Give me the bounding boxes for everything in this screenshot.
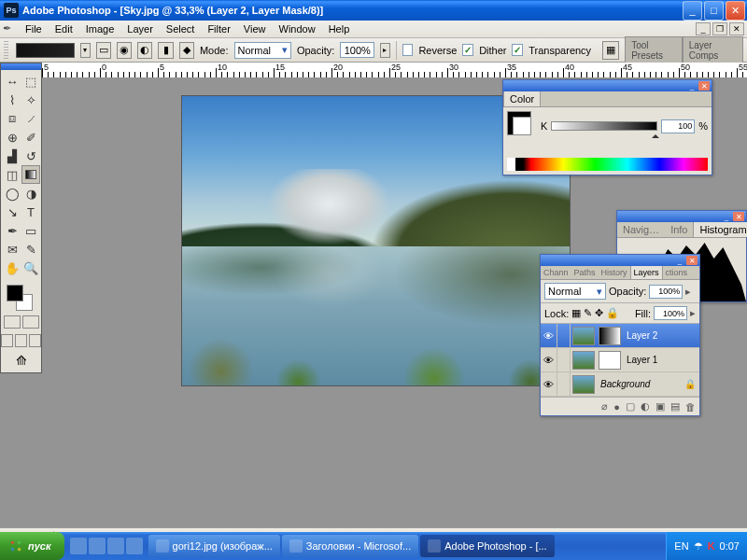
move-tool[interactable]: ↔	[3, 72, 21, 91]
new-layer-button[interactable]: ▤	[670, 400, 680, 413]
fill-flyout-icon[interactable]: ▸	[690, 307, 696, 319]
reflected-gradient-button[interactable]: ▮	[158, 42, 173, 59]
visibility-toggle[interactable]: 👁	[541, 372, 557, 396]
layer-thumbnail[interactable]	[572, 351, 595, 370]
tab-channels[interactable]: Chann	[541, 266, 571, 279]
quick-launch-item[interactable]	[126, 538, 143, 554]
tab-navigator[interactable]: Navig…	[617, 222, 665, 237]
history-brush-tool[interactable]: ↺	[21, 147, 40, 165]
quick-launch-item[interactable]	[70, 538, 87, 554]
tab-actions[interactable]: ctions	[663, 266, 691, 279]
lock-position-button[interactable]: ✥	[595, 307, 603, 319]
menu-filter[interactable]: Filter	[201, 21, 236, 36]
dodge-tool[interactable]: ◑	[21, 184, 40, 203]
histogram-panel-header[interactable]: _ ✕	[617, 211, 746, 222]
gradient-preview[interactable]	[16, 43, 75, 58]
opacity-flyout-icon[interactable]: ▸	[685, 286, 691, 298]
visibility-toggle[interactable]: 👁	[541, 324, 557, 347]
layer-row[interactable]: 👁Background🔒	[541, 372, 699, 397]
layer-name[interactable]: Layer 2	[623, 330, 699, 341]
layer-name[interactable]: Background	[597, 379, 684, 389]
taskbar-app-button[interactable]: Adobe Photoshop - [...	[420, 535, 554, 557]
toggle-palettes-button[interactable]: ▦	[602, 41, 619, 60]
standard-mode-button[interactable]	[4, 315, 21, 329]
layer-style-button[interactable]: ●	[613, 401, 620, 413]
jump-to-imageready-button[interactable]: ⟰	[1, 350, 41, 372]
start-button[interactable]: пуск	[0, 532, 64, 560]
quickmask-mode-button[interactable]	[22, 315, 39, 329]
menu-select[interactable]: Select	[160, 21, 202, 36]
eraser-tool[interactable]: ◫	[3, 165, 21, 184]
panel-close-button[interactable]: ✕	[686, 256, 698, 265]
tools-panel-header[interactable]	[1, 63, 41, 70]
tray-icon[interactable]: ☂	[694, 540, 703, 553]
layer-comps-tab[interactable]: Layer Comps	[683, 36, 743, 64]
hand-tool[interactable]: ✋	[3, 259, 21, 277]
visibility-toggle[interactable]: 👁	[541, 348, 557, 371]
link-column[interactable]	[557, 372, 571, 396]
tab-info[interactable]: Info	[665, 222, 693, 237]
link-column[interactable]	[557, 324, 571, 347]
layer-fill-input[interactable]: 100%	[654, 306, 687, 320]
delete-layer-button[interactable]: 🗑	[685, 401, 696, 413]
diamond-gradient-button[interactable]: ◆	[179, 42, 194, 59]
slice-tool[interactable]: ⟋	[21, 109, 40, 128]
color-panel-header[interactable]: _ ✕	[503, 80, 712, 91]
gradient-tool[interactable]	[21, 165, 40, 184]
crop-tool[interactable]: ⧈	[3, 109, 21, 128]
close-button[interactable]: ✕	[726, 1, 745, 21]
layer-blend-select[interactable]: Normal▾	[544, 283, 606, 300]
quick-launch-item[interactable]	[107, 538, 124, 554]
color-swatches[interactable]	[1, 283, 41, 313]
menu-layer[interactable]: Layer	[120, 21, 160, 36]
layer-name[interactable]: Layer 1	[623, 355, 699, 365]
healing-tool[interactable]: ⊕	[3, 128, 21, 147]
path-tool[interactable]: ↘	[3, 203, 21, 221]
linear-gradient-button[interactable]: ▭	[96, 42, 111, 59]
stamp-tool[interactable]: ▟	[3, 147, 21, 165]
tab-paths[interactable]: Paths	[571, 266, 599, 279]
menu-edit[interactable]: Edit	[49, 21, 79, 36]
language-indicator[interactable]: EN	[674, 540, 688, 552]
screen-mode-1-button[interactable]	[1, 334, 13, 347]
angle-gradient-button[interactable]: ◐	[137, 42, 152, 59]
notes-tool[interactable]: ✉	[3, 240, 21, 259]
quick-launch-item[interactable]	[89, 538, 106, 554]
mask-thumbnail[interactable]	[599, 351, 621, 370]
lock-pixels-button[interactable]: ✎	[584, 307, 592, 319]
blend-mode-select[interactable]: Normal▾	[234, 42, 291, 59]
menu-image[interactable]: Image	[79, 21, 121, 36]
layer-row[interactable]: 👁Layer 1	[541, 348, 699, 372]
mdi-close-button[interactable]: ✕	[729, 22, 744, 35]
new-adjustment-button[interactable]: ◐	[641, 400, 650, 413]
mdi-restore-button[interactable]: ❐	[712, 22, 727, 35]
color-spectrum[interactable]	[507, 158, 708, 171]
tray-icon[interactable]: K	[708, 540, 715, 552]
new-group-button[interactable]: ▣	[655, 400, 665, 413]
color-bg-swatch[interactable]	[513, 117, 531, 135]
panel-close-button[interactable]: ✕	[698, 81, 710, 91]
layer-thumbnail[interactable]	[572, 375, 595, 394]
clock[interactable]: 0:07	[720, 540, 740, 552]
screen-mode-2-button[interactable]	[15, 334, 27, 347]
tab-layers[interactable]: Layers	[630, 266, 663, 279]
panel-minimize-button[interactable]: _	[721, 212, 732, 221]
lasso-tool[interactable]: ⌇	[3, 91, 21, 109]
type-tool[interactable]: T	[21, 203, 40, 221]
radial-gradient-button[interactable]: ◉	[117, 42, 132, 59]
reverse-checkbox[interactable]	[402, 44, 414, 56]
menu-window[interactable]: Window	[273, 21, 322, 36]
screen-mode-3-button[interactable]	[29, 334, 41, 347]
opacity-flyout[interactable]: ▸	[380, 43, 390, 58]
taskbar-app-button[interactable]: gori12.jpg (изображ...	[148, 535, 280, 557]
taskbar-app-button[interactable]: Заголовки - Microsof...	[282, 535, 418, 557]
pen-tool[interactable]: ✒	[3, 221, 21, 240]
brush-tool[interactable]: ✐	[21, 128, 40, 147]
layer-mask-button[interactable]: ▢	[626, 400, 635, 413]
link-layers-button[interactable]: ⌀	[601, 400, 608, 413]
maximize-button[interactable]: □	[704, 1, 724, 21]
zoom-tool[interactable]: 🔍	[21, 259, 40, 277]
tab-histogram[interactable]: Histogram	[693, 222, 747, 237]
k-slider[interactable]	[551, 121, 657, 131]
shape-tool[interactable]: ▭	[21, 221, 40, 240]
